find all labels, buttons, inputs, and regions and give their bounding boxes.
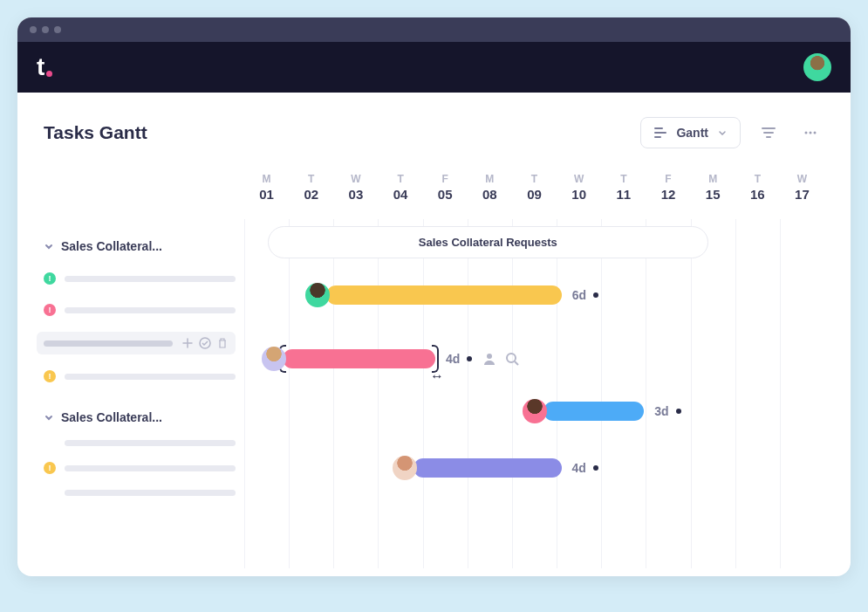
- page-topbar: Tasks Gantt Gantt: [44, 117, 824, 148]
- svg-point-2: [814, 132, 817, 134]
- task-placeholder[interactable]: [65, 440, 236, 446]
- status-done-icon: !: [44, 272, 56, 285]
- dot-icon: [676, 409, 681, 414]
- timeline-day: T09: [512, 173, 557, 202]
- task-placeholder[interactable]: [65, 490, 236, 496]
- timeline-day: M15: [691, 173, 735, 202]
- person-icon[interactable]: [482, 352, 496, 366]
- add-icon[interactable]: [181, 337, 194, 349]
- timeline-day: T16: [735, 173, 780, 202]
- duration-label: 6d: [572, 288, 586, 302]
- svg-point-5: [507, 354, 516, 362]
- group-header-1[interactable]: Sales Collateral...: [44, 239, 236, 253]
- task-item[interactable]: !: [44, 458, 236, 478]
- traffic-light-minimize[interactable]: [42, 26, 49, 33]
- chevron-down-icon: [717, 127, 728, 138]
- filter-icon: [761, 125, 776, 141]
- more-icon: [803, 125, 818, 141]
- timeline-day: W10: [557, 173, 601, 202]
- check-circle-icon[interactable]: [199, 337, 211, 349]
- timeline-day: T11: [601, 173, 646, 202]
- app-logo[interactable]: t: [37, 53, 52, 81]
- task-row-icons: [482, 352, 519, 366]
- timeline-header: M01T02W03T04F05M08T09W10T11F12M15T16W17: [244, 173, 824, 202]
- traffic-light-maximize[interactable]: [54, 26, 61, 33]
- timeline-day: F12: [646, 173, 690, 202]
- more-button[interactable]: [796, 119, 824, 147]
- browser-window: t Tasks Gantt Gantt: [17, 17, 851, 576]
- task-placeholder: [44, 340, 173, 347]
- timeline-day: T02: [289, 173, 333, 202]
- timeline-day: T04: [378, 173, 422, 202]
- svg-point-1: [810, 132, 812, 134]
- gantt-icon: [653, 126, 667, 140]
- status-alert-icon: !: [44, 304, 56, 316]
- assignee-avatar[interactable]: [523, 399, 547, 423]
- timeline-day: F05: [423, 173, 468, 202]
- gantt-group-bar[interactable]: Sales Collateral Requests: [268, 226, 708, 258]
- chevron-down-icon: [44, 412, 54, 423]
- filter-button[interactable]: [755, 119, 783, 147]
- app-header: t: [17, 42, 851, 93]
- group-name: Sales Collateral...: [61, 410, 162, 424]
- assignee-avatar[interactable]: [393, 456, 417, 480]
- task-item[interactable]: !: [44, 269, 236, 288]
- duration-label: 4d: [446, 352, 460, 366]
- search-icon[interactable]: [505, 352, 519, 366]
- assignee-avatar[interactable]: [262, 347, 286, 371]
- resize-handle-icon[interactable]: ↔: [430, 368, 444, 384]
- dot-icon: [467, 356, 472, 361]
- view-selector[interactable]: Gantt: [640, 117, 741, 148]
- task-placeholder: [65, 374, 236, 380]
- dot-icon: [593, 465, 598, 471]
- browser-chrome: [17, 17, 851, 42]
- task-item[interactable]: !: [44, 367, 236, 386]
- task-bar[interactable]: [413, 458, 562, 478]
- user-avatar[interactable]: [803, 53, 831, 81]
- view-label: Gantt: [676, 126, 708, 140]
- logo-dot-icon: [46, 71, 52, 77]
- trash-icon[interactable]: [216, 337, 229, 349]
- timeline-day: W03: [333, 173, 378, 202]
- svg-point-0: [805, 132, 808, 134]
- task-bar-selected[interactable]: ↔: [283, 349, 435, 368]
- timeline-day: W17: [780, 173, 824, 202]
- duration-label: 3d: [654, 404, 668, 418]
- page-content: Tasks Gantt Gantt Sales Collat: [17, 93, 851, 576]
- task-bar[interactable]: [543, 402, 644, 421]
- group-bar-label: Sales Collateral Requests: [419, 236, 557, 249]
- topbar-actions: Gantt: [640, 117, 824, 148]
- dot-icon: [593, 292, 598, 298]
- task-row-actions: [181, 337, 229, 349]
- gantt-task-row[interactable]: 4d: [393, 455, 598, 481]
- gantt-task-row[interactable]: 3d: [523, 398, 680, 424]
- group-header-2[interactable]: Sales Collateral...: [44, 410, 236, 424]
- assignee-avatar[interactable]: [305, 283, 330, 307]
- task-placeholder: [65, 307, 236, 313]
- svg-point-4: [487, 354, 492, 359]
- logo-text: t: [37, 53, 44, 81]
- status-warning-icon: !: [44, 370, 56, 382]
- gantt-task-row-selected[interactable]: ↔ 4d: [262, 346, 519, 372]
- page-title: Tasks Gantt: [44, 122, 147, 143]
- task-bar[interactable]: [326, 285, 562, 305]
- timeline-day: M08: [468, 173, 512, 202]
- gantt-chart: M01T02W03T04F05M08T09W10T11F12M15T16W17 …: [244, 173, 824, 571]
- duration-label: 4d: [572, 461, 586, 475]
- status-warning-icon: !: [44, 462, 56, 474]
- group-name: Sales Collateral...: [61, 239, 162, 253]
- main-area: Sales Collateral... ! !: [44, 173, 824, 571]
- task-placeholder: [65, 276, 236, 282]
- sidebar: Sales Collateral... ! !: [44, 173, 236, 571]
- task-item-hovered[interactable]: [37, 332, 236, 354]
- chevron-down-icon: [44, 241, 54, 251]
- gantt-body: Sales Collateral Requests 6d ↔ 4d: [244, 219, 824, 568]
- task-placeholder: [65, 465, 236, 471]
- gantt-task-row[interactable]: 6d: [305, 282, 598, 308]
- timeline-day: M01: [244, 173, 289, 202]
- grid-lines: [244, 219, 824, 568]
- traffic-light-close[interactable]: [30, 26, 37, 33]
- task-item[interactable]: !: [44, 300, 236, 320]
